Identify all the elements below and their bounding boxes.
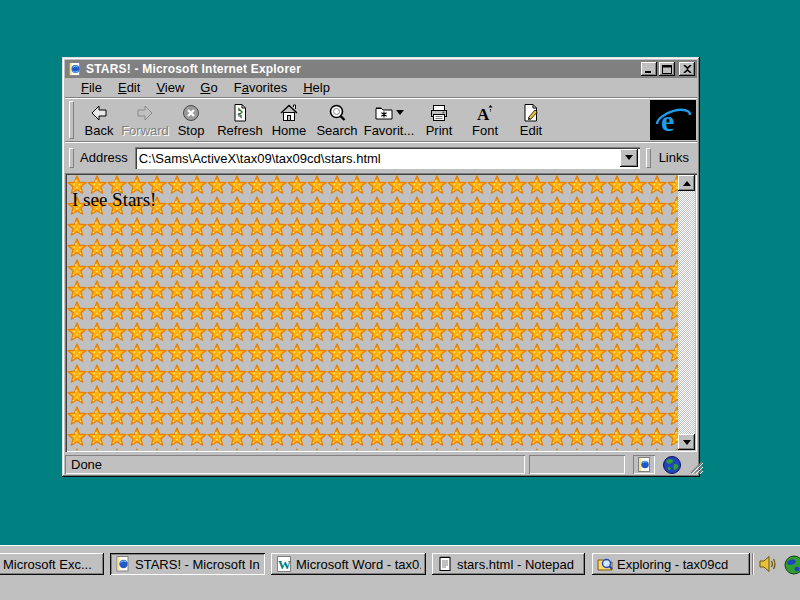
- home-icon: [279, 103, 299, 123]
- status-message-panel: Done: [65, 455, 525, 474]
- addressbar-grip[interactable]: [69, 148, 74, 168]
- scrollbar-up-icon: [683, 181, 691, 186]
- home-button[interactable]: Home: [266, 99, 312, 141]
- links-grip[interactable]: [646, 148, 651, 168]
- font-button[interactable]: A Font: [462, 99, 508, 141]
- browser-window: STARS! - Microsoft Internet Explorer Fil…: [62, 57, 700, 477]
- taskbar-button-notepad[interactable]: stars.html - Notepad: [432, 553, 585, 575]
- favorites-icon: [374, 103, 394, 123]
- network-globe-icon[interactable]: [783, 554, 800, 576]
- menu-label-part: ile: [89, 80, 102, 95]
- toolbar-button-label: Refresh: [217, 123, 263, 138]
- page-heading: I see Stars!: [72, 189, 156, 211]
- taskbar-button-ie-stars[interactable]: STARS! - Microsoft In...: [110, 553, 265, 575]
- search-icon: [327, 103, 347, 123]
- browser-viewport: I see Stars!: [65, 173, 697, 452]
- edit-button[interactable]: Edit: [508, 99, 554, 141]
- stop-icon: [181, 103, 201, 123]
- toolbar-spacer: [554, 99, 650, 141]
- resize-grip[interactable]: [689, 455, 703, 474]
- speaker-icon[interactable]: [758, 554, 778, 574]
- address-field: [135, 147, 640, 169]
- scrollbar-track[interactable]: [678, 191, 695, 434]
- desktop: { "window": { "title": "STARS! - Microso…: [0, 0, 800, 600]
- search-button[interactable]: Search: [312, 99, 362, 141]
- toolbar-button-label: Search: [316, 123, 357, 138]
- refresh-button[interactable]: Refresh: [214, 99, 266, 141]
- address-dropdown-button[interactable]: [620, 149, 638, 167]
- status-globe: [659, 455, 685, 474]
- stop-button[interactable]: Stop: [168, 99, 214, 141]
- taskbar-button-label: Microsoft Word - tax0...: [296, 557, 421, 572]
- status-secondary-panel: [529, 455, 625, 474]
- ie-logo-icon: e: [650, 100, 696, 140]
- menu-label-part: F: [234, 80, 242, 95]
- menu-label-part: V: [156, 80, 164, 95]
- font-icon: A: [475, 103, 495, 123]
- star-pattern: [67, 175, 678, 450]
- menu-edit[interactable]: Edit: [110, 79, 148, 97]
- menu-label-part: o: [210, 80, 217, 95]
- notepad-icon: [437, 556, 453, 572]
- menu-label-part: E: [118, 80, 127, 95]
- menu-file[interactable]: File: [73, 79, 110, 97]
- forward-arrow-icon: [135, 103, 155, 123]
- menubar: File Edit View Go Favorites Help: [65, 78, 697, 97]
- close-button[interactable]: [679, 62, 695, 76]
- edit-icon: [521, 103, 541, 123]
- toolbar-button-label: Stop: [178, 123, 205, 138]
- window-title: STARS! - Microsoft Internet Explorer: [86, 62, 641, 76]
- svg-text:W: W: [278, 557, 291, 572]
- menu-label-part: H: [303, 80, 312, 95]
- toolbar-grip[interactable]: [69, 101, 74, 139]
- menu-help[interactable]: Help: [295, 79, 338, 97]
- favorites-button[interactable]: Favorit...: [362, 99, 416, 141]
- print-icon: [429, 103, 449, 123]
- menu-label-part: elp: [313, 80, 330, 95]
- toolbar-button-label: Favorit...: [364, 123, 415, 138]
- close-icon: [683, 65, 692, 73]
- status-document-panel: [633, 455, 655, 474]
- toolbar-button-label: Print: [426, 123, 453, 138]
- explorer-icon: [597, 556, 613, 572]
- toolbar-button-label: Back: [85, 123, 114, 138]
- address-dropdown-icon: [625, 155, 633, 160]
- vertical-scrollbar[interactable]: [678, 175, 695, 450]
- star-background: I see Stars!: [67, 175, 678, 450]
- taskbar-button-label: - Microsoft Exc...: [0, 557, 92, 572]
- menu-view[interactable]: View: [148, 79, 192, 97]
- minimize-icon: [644, 65, 654, 74]
- maximize-icon: [662, 65, 672, 74]
- menu-label-part: vorites: [249, 80, 287, 95]
- globe-icon: [662, 455, 682, 475]
- statusbar: Done: [65, 453, 697, 474]
- scroll-down-button[interactable]: [678, 434, 695, 450]
- scroll-up-button[interactable]: [678, 175, 695, 191]
- links-bar[interactable]: Links: [644, 146, 695, 170]
- tray-divider: [752, 553, 754, 575]
- titlebar[interactable]: STARS! - Microsoft Internet Explorer: [65, 60, 697, 78]
- toolbar-button-label: Font: [472, 123, 498, 138]
- menu-label-part: iew: [165, 80, 185, 95]
- taskbar-button-explorer[interactable]: Exploring - tax09cd: [592, 553, 750, 575]
- dropdown-arrow-icon: [396, 110, 404, 115]
- forward-button: Forward: [122, 99, 168, 141]
- menu-label-part: G: [200, 80, 210, 95]
- address-input[interactable]: [135, 147, 620, 169]
- taskbar: - Microsoft Exc... STARS! - Microsoft In…: [0, 545, 800, 600]
- maximize-button[interactable]: [659, 62, 675, 76]
- minimize-button[interactable]: [641, 62, 657, 76]
- menu-label-part: a: [242, 80, 249, 95]
- taskbar-button-word[interactable]: W Microsoft Word - tax0...: [271, 553, 426, 575]
- address-label: Address: [76, 150, 135, 165]
- print-button[interactable]: Print: [416, 99, 462, 141]
- taskbar-button-excel[interactable]: - Microsoft Exc...: [0, 553, 104, 575]
- menu-favorites[interactable]: Favorites: [226, 79, 295, 97]
- menu-go[interactable]: Go: [192, 79, 225, 97]
- toolbar-button-label: Edit: [520, 123, 542, 138]
- toolbar-button-label: Home: [272, 123, 307, 138]
- taskbar-button-label: STARS! - Microsoft In...: [135, 557, 260, 572]
- back-button[interactable]: Back: [76, 99, 122, 141]
- back-arrow-icon: [89, 103, 109, 123]
- refresh-icon: [230, 103, 250, 123]
